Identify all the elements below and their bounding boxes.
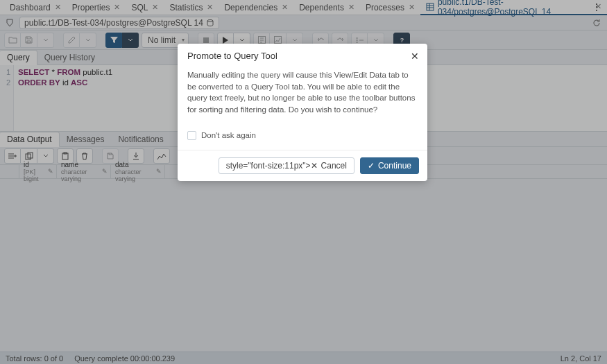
checkbox-label: Don't ask again bbox=[201, 131, 256, 139]
checkbox-icon[interactable] bbox=[187, 131, 196, 140]
dont-ask-row[interactable]: Don't ask again bbox=[178, 124, 427, 150]
continue-button[interactable]: ✓ Continue bbox=[360, 157, 419, 174]
check-icon: ✓ bbox=[368, 161, 375, 171]
dialog-title: Promote to Query Tool ✕ bbox=[178, 44, 427, 68]
close-icon[interactable]: ✕ bbox=[411, 51, 419, 62]
dialog-actions: style="font-size:11px">✕ Cancel ✓ Contin… bbox=[178, 150, 427, 181]
x-icon: style="font-size:11px">✕ bbox=[226, 161, 318, 171]
dialog-body: Manually editing the query will cause th… bbox=[178, 68, 427, 124]
promote-dialog: Promote to Query Tool ✕ Manually editing… bbox=[178, 44, 427, 181]
cancel-button[interactable]: style="font-size:11px">✕ Cancel bbox=[219, 157, 354, 174]
